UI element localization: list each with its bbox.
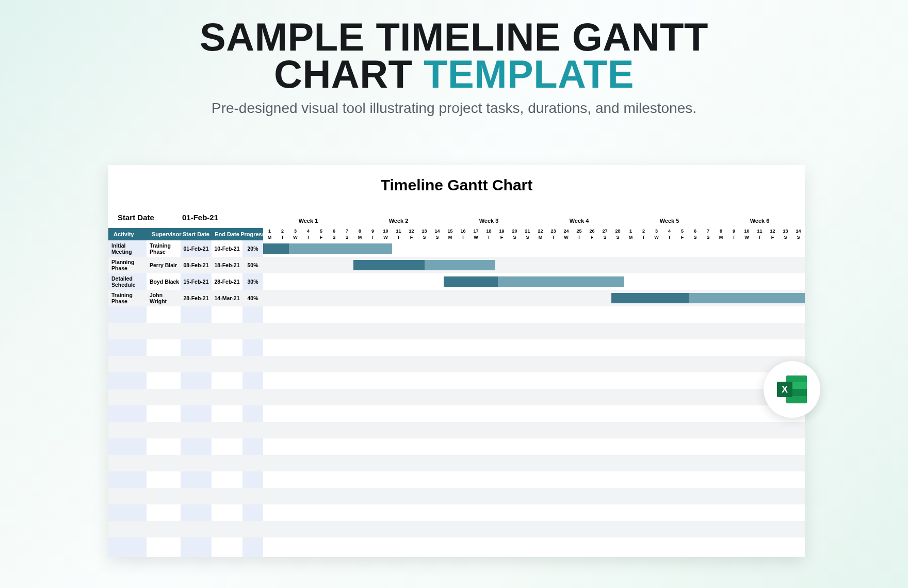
table-row <box>108 422 805 438</box>
gantt-bar <box>263 243 392 254</box>
day-header: 13S <box>779 228 792 240</box>
day-header: 8M <box>353 228 366 240</box>
day-header: 8M <box>715 228 727 240</box>
day-header: 12F <box>405 228 418 240</box>
day-header: 12F <box>766 228 779 240</box>
days-row: 1M2T3W4T5F6S7S8M9T10W11T12F13S14S15M16T1… <box>263 228 805 240</box>
day-header: 3W <box>289 228 302 240</box>
start-date-row: Start Date 01-Feb-21 <box>108 206 263 228</box>
col-supervisor: Supervisor <box>147 228 181 240</box>
week-label: Week 1 <box>278 218 339 224</box>
title-line2a: CHART <box>274 52 424 96</box>
day-header: 16T <box>457 228 469 240</box>
day-header: 27S <box>598 228 611 240</box>
day-header: 23T <box>547 228 560 240</box>
day-header: 4T <box>663 228 676 240</box>
day-header: 2T <box>637 228 650 240</box>
excel-icon: X <box>777 375 807 403</box>
table-row <box>108 306 805 323</box>
table-row: Detailed ScheduleBoyd Black15-Feb-2128-F… <box>108 273 263 290</box>
gantt-grid: Start Date 01-Feb-21 Activity Supervisor… <box>108 206 805 557</box>
table-row <box>108 405 805 422</box>
week-label: Week 2 <box>368 218 430 224</box>
day-header: 10W <box>379 228 392 240</box>
table-row: Planning PhasePerry Blair08-Feb-2118-Feb… <box>108 257 263 273</box>
sheet-title: Timeline Gantt Chart <box>108 165 805 203</box>
day-header: 5F <box>315 228 328 240</box>
day-header: 11T <box>753 228 766 240</box>
day-header: 26F <box>586 228 598 240</box>
gantt-bar-progress <box>611 293 689 303</box>
table-row <box>108 323 805 339</box>
gantt-bar <box>611 293 805 303</box>
spreadsheet-preview: Timeline Gantt Chart Start Date 01-Feb-2… <box>108 165 805 557</box>
excel-letter: X <box>777 382 792 397</box>
day-header: 28S <box>611 228 624 240</box>
weeks-row: Week 1Week 2Week 3Week 4Week 5Week 6 <box>263 218 805 228</box>
day-header: 18T <box>482 228 495 240</box>
day-header: 15M <box>444 228 457 240</box>
day-header: 11T <box>392 228 405 240</box>
day-header: 10W <box>740 228 753 240</box>
table-row <box>108 521 805 537</box>
table-row <box>108 339 805 356</box>
page-title: SAMPLE TIMELINE GANTT CHART TEMPLATE <box>0 19 908 93</box>
day-header: 3W <box>650 228 663 240</box>
week-label: Week 6 <box>729 218 791 224</box>
col-end-date: End Date <box>212 228 242 240</box>
col-progress: Progress <box>242 228 263 240</box>
day-header: 9T <box>727 228 740 240</box>
table-row <box>108 372 805 389</box>
day-header: 19F <box>495 228 508 240</box>
table-row <box>108 438 805 455</box>
start-date-value: 01-Feb-21 <box>169 213 231 222</box>
day-header: 6S <box>689 228 702 240</box>
gantt-bar-progress <box>444 276 498 287</box>
table-row <box>108 356 805 372</box>
day-header: 21S <box>521 228 534 240</box>
day-header: 22M <box>534 228 547 240</box>
day-header: 7S <box>702 228 715 240</box>
title-line2b: TEMPLATE <box>424 52 634 96</box>
table-row <box>108 504 805 521</box>
day-header: 14S <box>431 228 444 240</box>
subtitle: Pre-designed visual tool illustrating pr… <box>0 100 908 117</box>
day-header: 7S <box>340 228 353 240</box>
day-header: 17W <box>469 228 482 240</box>
day-header: 24W <box>560 228 573 240</box>
day-header: 1M <box>624 228 637 240</box>
day-header: 20S <box>508 228 521 240</box>
day-header: 6S <box>328 228 340 240</box>
table-row: Training PhaseJohn Wright28-Feb-2114-Mar… <box>108 290 263 306</box>
table-row <box>108 488 805 504</box>
table-row <box>108 455 805 471</box>
bars-area <box>263 240 805 557</box>
gantt-bar-progress <box>353 260 425 270</box>
day-header: 1M <box>263 228 276 240</box>
excel-badge[interactable]: X <box>764 361 820 418</box>
col-start-date: Start Date <box>181 228 212 240</box>
gantt-bar <box>353 260 495 270</box>
day-header: 2T <box>276 228 289 240</box>
hero: SAMPLE TIMELINE GANTT CHART TEMPLATE Pre… <box>0 0 908 117</box>
col-activity: Activity <box>108 228 147 240</box>
table-row <box>108 471 805 488</box>
table-header: Activity Supervisor Start Date End Date … <box>108 228 263 240</box>
day-header: 13S <box>418 228 431 240</box>
day-header: 9T <box>366 228 379 240</box>
day-header: 14S <box>792 228 805 240</box>
day-header: 4T <box>302 228 315 240</box>
week-label: Week 4 <box>548 218 610 224</box>
day-header: 25T <box>573 228 586 240</box>
week-label: Week 5 <box>639 218 701 224</box>
week-label: Week 3 <box>458 218 520 224</box>
table-row: Initial MeetingTraining Phase01-Feb-2110… <box>108 240 263 257</box>
right-panel: Week 1Week 2Week 3Week 4Week 5Week 6 1M2… <box>263 206 805 557</box>
day-header: 5F <box>676 228 689 240</box>
table-row <box>108 389 805 405</box>
gantt-bar <box>444 276 624 287</box>
gantt-bar-lead <box>263 243 276 254</box>
start-date-label: Start Date <box>118 213 169 222</box>
